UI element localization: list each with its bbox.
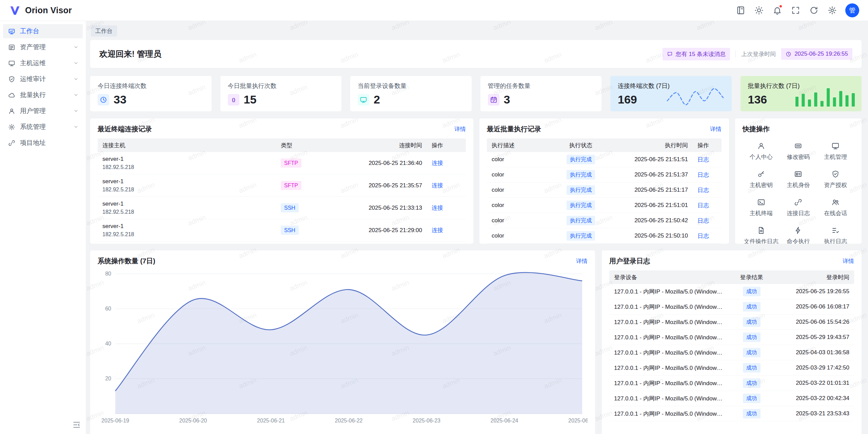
user-avatar[interactable]: 管	[845, 3, 859, 17]
table-row: 127.0.0.1 - 内网IP - Mozilla/5.0 (Windows …	[609, 360, 854, 376]
login-time: 2025-03-22 01:01:31	[774, 380, 854, 386]
sun-icon	[754, 6, 764, 15]
sidebar-item-host-ops[interactable]: 主机运维	[3, 56, 83, 70]
quick-action[interactable]: 执行日志	[817, 226, 854, 244]
connect-link[interactable]: 连接	[432, 182, 443, 189]
quick-action[interactable]: 文件操作日志	[743, 226, 780, 244]
log-link[interactable]: 日志	[697, 218, 709, 224]
quick-action[interactable]: 修改密码	[780, 142, 817, 161]
shield-icon	[8, 76, 15, 83]
breadcrumb-item-workbench[interactable]: 工作台	[91, 25, 117, 37]
log-link[interactable]: 日志	[697, 187, 709, 193]
quick-action-label: 在线会话	[824, 209, 847, 217]
stat-label: 管理的任务数量	[488, 82, 594, 90]
quick-action[interactable]: 资产授权	[817, 170, 854, 189]
quick-action-label: 修改密码	[787, 153, 810, 161]
quick-action-label: 主机管理	[824, 153, 847, 161]
quick-action-label: 执行日志	[824, 238, 847, 244]
stat-card: 今日连接终端次数 33	[90, 76, 212, 111]
theme-toggle-button[interactable]	[751, 3, 767, 18]
column-header-action: 操作	[693, 141, 722, 149]
quick-action-icon	[831, 198, 840, 206]
operations-chart-detail-link[interactable]: 详情	[576, 257, 588, 265]
quick-action[interactable]: 在线会话	[817, 198, 854, 217]
quick-action[interactable]: 个人中心	[743, 142, 780, 161]
notifications-button[interactable]	[769, 3, 785, 18]
success-badge: 成功	[743, 394, 761, 403]
status-cell: 执行完成	[552, 231, 610, 241]
stat-value: 169	[618, 93, 637, 106]
sidebar-collapse-icon[interactable]	[72, 420, 81, 429]
action-cell: 连接	[427, 226, 466, 234]
refresh-button[interactable]	[806, 3, 822, 18]
success-badge: 成功	[743, 378, 761, 388]
log-link[interactable]: 日志	[697, 156, 709, 163]
chevron-down-icon	[73, 60, 79, 66]
column-header-desc: 执行描述	[487, 141, 552, 149]
exec-time: 2025-06-25 21:51:17	[610, 187, 693, 193]
sidebar-item-project-url[interactable]: 项目地址	[3, 136, 83, 150]
chevron-down-icon	[73, 92, 79, 98]
panel-title: 快捷操作	[743, 125, 770, 134]
log-link[interactable]: 日志	[697, 202, 709, 209]
success-badge: 成功	[743, 333, 761, 342]
stat-label: 今日批量执行次数	[228, 82, 334, 90]
column-header-host: 连接主机	[98, 141, 276, 149]
batch-records-panel: 最近批量执行记录 详情 执行描述 执行状态 执行时间 操作 color	[479, 118, 729, 244]
exec-time: 2025-06-25 21:51:01	[610, 202, 693, 209]
column-header-status: 执行状态	[552, 141, 610, 149]
type-cell: SSH	[276, 203, 327, 213]
svg-text:80: 80	[105, 271, 111, 277]
connect-link[interactable]: 连接	[432, 205, 443, 211]
host-cell: server-1 182.92.5.218	[98, 200, 276, 216]
quick-action[interactable]: 连接日志	[780, 198, 817, 217]
result-cell: 成功	[729, 363, 774, 373]
sidebar-item-assets[interactable]: 资产管理	[3, 40, 83, 54]
connect-link[interactable]: 连接	[432, 227, 443, 233]
notification-dot	[779, 4, 783, 8]
quick-action[interactable]: 主机管理	[817, 142, 854, 161]
sidebar-item-system[interactable]: 系统管理	[3, 120, 83, 134]
connect-link[interactable]: 连接	[432, 160, 443, 166]
type-cell: SSH	[276, 226, 327, 235]
stat-value: 33	[114, 93, 126, 106]
log-link[interactable]: 日志	[697, 233, 709, 239]
sidebar-item-batch-exec[interactable]: 批量执行	[3, 88, 83, 102]
docs-button[interactable]	[733, 3, 748, 18]
fullscreen-button[interactable]	[788, 3, 803, 18]
sidebar-item-users[interactable]: 用户管理	[3, 104, 83, 118]
sidebar-item-audit[interactable]: 运维审计	[3, 72, 83, 86]
settings-button[interactable]	[824, 3, 840, 18]
batch-records-detail-link[interactable]: 详情	[710, 125, 722, 133]
success-badge: 成功	[743, 317, 761, 327]
message-icon	[667, 51, 673, 57]
fullscreen-icon	[791, 6, 800, 15]
status-cell: 执行完成	[552, 201, 610, 210]
quick-action[interactable]: 主机终端	[743, 198, 780, 217]
table-row: 127.0.0.1 - 内网IP - Mozilla/5.0 (Windows …	[609, 376, 854, 391]
app-logo[interactable]: Orion Visor	[9, 4, 72, 17]
quick-action[interactable]: 主机身份	[780, 170, 817, 189]
login-logs-detail-link[interactable]: 详情	[843, 257, 854, 265]
action-cell: 连接	[427, 159, 466, 167]
unread-messages-badge[interactable]: 您有 15 条未读消息	[663, 48, 730, 60]
unread-messages-text: 您有 15 条未读消息	[676, 50, 726, 58]
quick-action[interactable]: 主机密钥	[743, 170, 780, 189]
chevron-down-icon	[73, 108, 79, 114]
sidebar-item-workbench[interactable]: 工作台	[3, 24, 83, 38]
quick-action[interactable]: 命令执行	[780, 226, 817, 244]
svg-text:60: 60	[105, 306, 111, 312]
chevron-down-icon	[73, 44, 79, 50]
login-device: 127.0.0.1 - 内网IP - Mozilla/5.0 (Windows …	[609, 318, 729, 326]
gear-icon	[8, 124, 15, 131]
exec-description: color	[487, 156, 552, 163]
exec-description: color	[487, 171, 552, 178]
table-row: color 执行完成 2025-06-25 21:50:42 日志	[487, 213, 722, 228]
host-name: server-1	[102, 177, 271, 186]
success-badge: 成功	[743, 302, 761, 312]
stat-label: 今日连接终端次数	[98, 82, 204, 90]
table-row: server-1 182.92.5.218 SSH 2025-06-25 21:…	[98, 197, 466, 219]
terminal-records-detail-link[interactable]: 详情	[454, 125, 466, 133]
login-device: 127.0.0.1 - 内网IP - Mozilla/5.0 (Windows …	[609, 288, 729, 296]
log-link[interactable]: 日志	[697, 172, 709, 178]
